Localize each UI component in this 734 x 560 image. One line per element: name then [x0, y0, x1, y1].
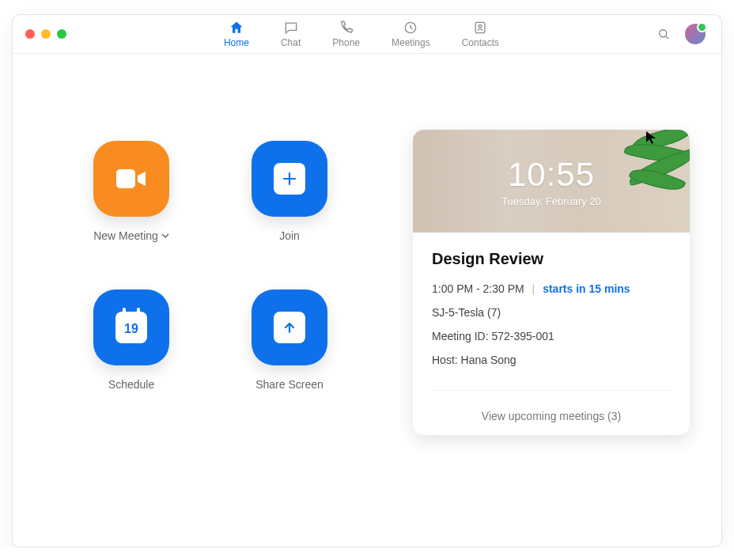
event-host: Host: Hana Song — [432, 354, 671, 366]
tile-share-wrap: Share Screen — [242, 289, 337, 391]
calendar-card: 10:55 Tuesday, February 20 Design Review… — [413, 130, 690, 435]
event-title: Design Review — [432, 250, 671, 268]
app-window: Home Chat Phone Meetings Contacts — [12, 14, 722, 547]
tab-phone[interactable]: Phone — [332, 20, 360, 48]
event-time-range: 1:00 PM - 2:30 PM — [432, 282, 524, 295]
search-icon[interactable] — [656, 27, 671, 41]
join-label: Join — [279, 229, 300, 242]
cursor-icon — [645, 131, 656, 148]
tab-label: Meetings — [392, 37, 430, 48]
calendar-icon: 19 — [115, 312, 147, 343]
chat-icon — [283, 20, 299, 36]
tab-meetings[interactable]: Meetings — [392, 20, 430, 48]
window-controls — [25, 29, 66, 39]
home-icon — [229, 20, 244, 36]
tile-new-meeting-wrap: New Meeting — [84, 141, 179, 242]
tab-chat[interactable]: Chat — [281, 20, 301, 48]
divider — [432, 390, 671, 391]
tab-label: Chat — [281, 37, 301, 48]
tile-schedule-wrap: 19 Schedule — [84, 289, 179, 391]
main-body: New Meeting Join 19 — [13, 54, 721, 435]
tab-home[interactable]: Home — [224, 20, 249, 48]
action-tiles: New Meeting Join 19 — [44, 130, 361, 435]
schedule-label: Schedule — [108, 378, 154, 391]
close-button[interactable] — [25, 29, 35, 39]
tab-label: Contacts — [462, 37, 499, 48]
event-room: SJ-5-Tesla (7) — [432, 306, 671, 319]
view-upcoming-link[interactable]: View upcoming meetings (3) — [413, 397, 690, 435]
tile-text: New Meeting — [93, 229, 158, 242]
maximize-button[interactable] — [57, 29, 66, 39]
clock-icon — [403, 20, 418, 36]
contacts-icon — [472, 20, 488, 36]
tab-label: Phone — [332, 37, 360, 48]
right-panel: 10:55 Tuesday, February 20 Design Review… — [383, 130, 690, 435]
title-bar: Home Chat Phone Meetings Contacts — [13, 15, 721, 54]
pipe: | — [532, 282, 535, 295]
share-screen-button[interactable] — [252, 289, 327, 365]
event-time-line: 1:00 PM - 2:30 PM | starts in 15 mins — [432, 282, 671, 295]
leaves-decoration — [582, 130, 690, 198]
share-label: Share Screen — [255, 378, 323, 391]
video-icon — [113, 163, 149, 195]
tile-join-wrap: Join — [242, 141, 337, 242]
avatar[interactable] — [685, 24, 706, 44]
phone-icon — [339, 20, 354, 36]
calendar-day: 19 — [124, 322, 138, 336]
arrow-up-icon — [274, 312, 305, 343]
svg-rect-4 — [116, 169, 135, 188]
new-meeting-button[interactable] — [93, 141, 169, 217]
svg-point-2 — [479, 25, 482, 28]
new-meeting-label[interactable]: New Meeting — [93, 229, 169, 242]
join-button[interactable] — [252, 141, 327, 217]
schedule-button[interactable]: 19 — [93, 289, 169, 365]
chevron-down-icon — [161, 232, 169, 240]
titlebar-right — [656, 24, 706, 44]
tab-label: Home — [224, 37, 249, 48]
event-details: Design Review 1:00 PM - 2:30 PM | starts… — [413, 233, 690, 397]
main-tabs: Home Chat Phone Meetings Contacts — [224, 20, 499, 48]
plus-icon — [274, 163, 305, 195]
minimize-button[interactable] — [41, 29, 51, 39]
event-starts-in: starts in 15 mins — [543, 282, 630, 295]
event-meeting-id: Meeting ID: 572-395-001 — [432, 330, 671, 342]
svg-point-3 — [660, 30, 667, 37]
tab-contacts[interactable]: Contacts — [462, 20, 499, 48]
